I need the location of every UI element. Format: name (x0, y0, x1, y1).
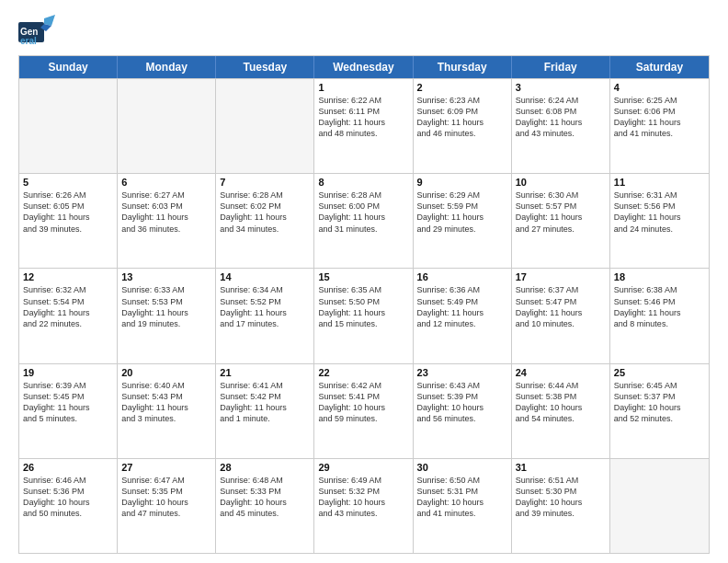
day-info: Sunrise: 6:34 AM Sunset: 5:52 PM Dayligh… (220, 284, 310, 329)
calendar-row-5: 26Sunrise: 6:46 AM Sunset: 5:36 PM Dayli… (19, 458, 709, 553)
day-number: 20 (121, 367, 211, 378)
day-info: Sunrise: 6:36 AM Sunset: 5:49 PM Dayligh… (417, 284, 507, 329)
weekday-header-sunday: Sunday (19, 56, 118, 78)
day-info: Sunrise: 6:51 AM Sunset: 5:30 PM Dayligh… (516, 475, 606, 520)
day-cell-13: 13Sunrise: 6:33 AM Sunset: 5:53 PM Dayli… (118, 269, 216, 362)
day-number: 18 (614, 271, 705, 282)
day-info: Sunrise: 6:31 AM Sunset: 5:56 PM Dayligh… (614, 190, 705, 235)
day-cell-22: 22Sunrise: 6:42 AM Sunset: 5:41 PM Dayli… (314, 364, 413, 458)
day-info: Sunrise: 6:50 AM Sunset: 5:31 PM Dayligh… (417, 475, 507, 520)
day-info: Sunrise: 6:24 AM Sunset: 6:08 PM Dayligh… (516, 95, 606, 140)
calendar-row-3: 12Sunrise: 6:32 AM Sunset: 5:54 PM Dayli… (19, 268, 709, 362)
weekday-header-saturday: Saturday (610, 56, 709, 78)
day-cell-7: 7Sunrise: 6:28 AM Sunset: 6:02 PM Daylig… (216, 174, 314, 268)
day-cell-9: 9Sunrise: 6:29 AM Sunset: 5:59 PM Daylig… (414, 174, 512, 268)
day-info: Sunrise: 6:48 AM Sunset: 5:33 PM Dayligh… (220, 475, 310, 520)
logo: Gen eral (18, 15, 59, 48)
day-info: Sunrise: 6:29 AM Sunset: 5:59 PM Dayligh… (417, 190, 507, 235)
day-cell-15: 15Sunrise: 6:35 AM Sunset: 5:50 PM Dayli… (314, 269, 413, 362)
day-number: 23 (417, 367, 507, 378)
calendar: SundayMondayTuesdayWednesdayThursdayFrid… (18, 55, 710, 554)
day-cell-18: 18Sunrise: 6:38 AM Sunset: 5:46 PM Dayli… (610, 269, 709, 362)
day-info: Sunrise: 6:35 AM Sunset: 5:50 PM Dayligh… (318, 284, 408, 329)
day-number: 12 (23, 271, 113, 282)
day-number: 28 (220, 462, 310, 473)
day-info: Sunrise: 6:37 AM Sunset: 5:47 PM Dayligh… (516, 284, 606, 329)
day-number: 7 (220, 177, 310, 188)
day-info: Sunrise: 6:46 AM Sunset: 5:36 PM Dayligh… (23, 475, 113, 520)
weekday-header-tuesday: Tuesday (216, 56, 314, 78)
day-cell-20: 20Sunrise: 6:40 AM Sunset: 5:43 PM Dayli… (118, 364, 216, 458)
day-number: 15 (318, 271, 408, 282)
day-number: 11 (614, 177, 705, 188)
day-cell-12: 12Sunrise: 6:32 AM Sunset: 5:54 PM Dayli… (19, 269, 118, 362)
header: Gen eral (18, 15, 710, 48)
day-cell-14: 14Sunrise: 6:34 AM Sunset: 5:52 PM Dayli… (216, 269, 314, 362)
day-number: 17 (516, 271, 606, 282)
calendar-row-2: 5Sunrise: 6:26 AM Sunset: 6:05 PM Daylig… (19, 173, 709, 268)
day-info: Sunrise: 6:28 AM Sunset: 6:00 PM Dayligh… (318, 190, 408, 235)
day-number: 25 (614, 367, 705, 378)
day-info: Sunrise: 6:23 AM Sunset: 6:09 PM Dayligh… (417, 95, 507, 140)
day-number: 26 (23, 462, 113, 473)
logo-icon: Gen eral (18, 15, 55, 48)
day-info: Sunrise: 6:33 AM Sunset: 5:53 PM Dayligh… (121, 284, 211, 329)
calendar-row-4: 19Sunrise: 6:39 AM Sunset: 5:45 PM Dayli… (19, 363, 709, 458)
day-info: Sunrise: 6:43 AM Sunset: 5:39 PM Dayligh… (417, 380, 507, 425)
day-cell-4: 4Sunrise: 6:25 AM Sunset: 6:06 PM Daylig… (610, 79, 709, 173)
day-info: Sunrise: 6:44 AM Sunset: 5:38 PM Dayligh… (516, 380, 606, 425)
weekday-header-wednesday: Wednesday (314, 56, 413, 78)
day-number: 6 (121, 177, 211, 188)
day-number: 22 (318, 367, 408, 378)
day-info: Sunrise: 6:25 AM Sunset: 6:06 PM Dayligh… (614, 95, 705, 140)
day-info: Sunrise: 6:47 AM Sunset: 5:35 PM Dayligh… (121, 475, 211, 520)
day-cell-21: 21Sunrise: 6:41 AM Sunset: 5:42 PM Dayli… (216, 364, 314, 458)
day-cell-25: 25Sunrise: 6:45 AM Sunset: 5:37 PM Dayli… (610, 364, 709, 458)
day-cell-10: 10Sunrise: 6:30 AM Sunset: 5:57 PM Dayli… (512, 174, 610, 268)
day-number: 4 (614, 82, 705, 93)
day-cell-23: 23Sunrise: 6:43 AM Sunset: 5:39 PM Dayli… (414, 364, 512, 458)
empty-cell (610, 459, 709, 553)
day-number: 5 (23, 177, 113, 188)
empty-cell (19, 79, 118, 173)
day-info: Sunrise: 6:28 AM Sunset: 6:02 PM Dayligh… (220, 190, 310, 235)
day-number: 16 (417, 271, 507, 282)
empty-cell (118, 79, 216, 173)
day-cell-27: 27Sunrise: 6:47 AM Sunset: 5:35 PM Dayli… (118, 459, 216, 553)
day-cell-19: 19Sunrise: 6:39 AM Sunset: 5:45 PM Dayli… (19, 364, 118, 458)
svg-marker-3 (44, 15, 55, 26)
day-number: 31 (516, 462, 606, 473)
day-number: 13 (121, 271, 211, 282)
calendar-body: 1Sunrise: 6:22 AM Sunset: 6:11 PM Daylig… (19, 78, 709, 553)
day-info: Sunrise: 6:49 AM Sunset: 5:32 PM Dayligh… (318, 475, 408, 520)
day-info: Sunrise: 6:41 AM Sunset: 5:42 PM Dayligh… (220, 380, 310, 425)
day-number: 9 (417, 177, 507, 188)
day-info: Sunrise: 6:32 AM Sunset: 5:54 PM Dayligh… (23, 284, 113, 329)
day-cell-6: 6Sunrise: 6:27 AM Sunset: 6:03 PM Daylig… (118, 174, 216, 268)
day-cell-11: 11Sunrise: 6:31 AM Sunset: 5:56 PM Dayli… (610, 174, 709, 268)
day-number: 8 (318, 177, 408, 188)
day-cell-28: 28Sunrise: 6:48 AM Sunset: 5:33 PM Dayli… (216, 459, 314, 553)
day-cell-31: 31Sunrise: 6:51 AM Sunset: 5:30 PM Dayli… (512, 459, 610, 553)
day-cell-26: 26Sunrise: 6:46 AM Sunset: 5:36 PM Dayli… (19, 459, 118, 553)
day-info: Sunrise: 6:40 AM Sunset: 5:43 PM Dayligh… (121, 380, 211, 425)
day-cell-24: 24Sunrise: 6:44 AM Sunset: 5:38 PM Dayli… (512, 364, 610, 458)
day-cell-2: 2Sunrise: 6:23 AM Sunset: 6:09 PM Daylig… (414, 79, 512, 173)
day-number: 24 (516, 367, 606, 378)
day-cell-17: 17Sunrise: 6:37 AM Sunset: 5:47 PM Dayli… (512, 269, 610, 362)
day-number: 1 (318, 82, 408, 93)
day-info: Sunrise: 6:30 AM Sunset: 5:57 PM Dayligh… (516, 190, 606, 235)
day-cell-1: 1Sunrise: 6:22 AM Sunset: 6:11 PM Daylig… (314, 79, 413, 173)
day-info: Sunrise: 6:39 AM Sunset: 5:45 PM Dayligh… (23, 380, 113, 425)
day-cell-16: 16Sunrise: 6:36 AM Sunset: 5:49 PM Dayli… (414, 269, 512, 362)
day-number: 19 (23, 367, 113, 378)
day-cell-3: 3Sunrise: 6:24 AM Sunset: 6:08 PM Daylig… (512, 79, 610, 173)
day-cell-8: 8Sunrise: 6:28 AM Sunset: 6:00 PM Daylig… (314, 174, 413, 268)
weekday-header-monday: Monday (118, 56, 216, 78)
day-number: 14 (220, 271, 310, 282)
day-number: 27 (121, 462, 211, 473)
day-cell-5: 5Sunrise: 6:26 AM Sunset: 6:05 PM Daylig… (19, 174, 118, 268)
day-info: Sunrise: 6:22 AM Sunset: 6:11 PM Dayligh… (318, 95, 408, 140)
day-info: Sunrise: 6:42 AM Sunset: 5:41 PM Dayligh… (318, 380, 408, 425)
day-number: 10 (516, 177, 606, 188)
